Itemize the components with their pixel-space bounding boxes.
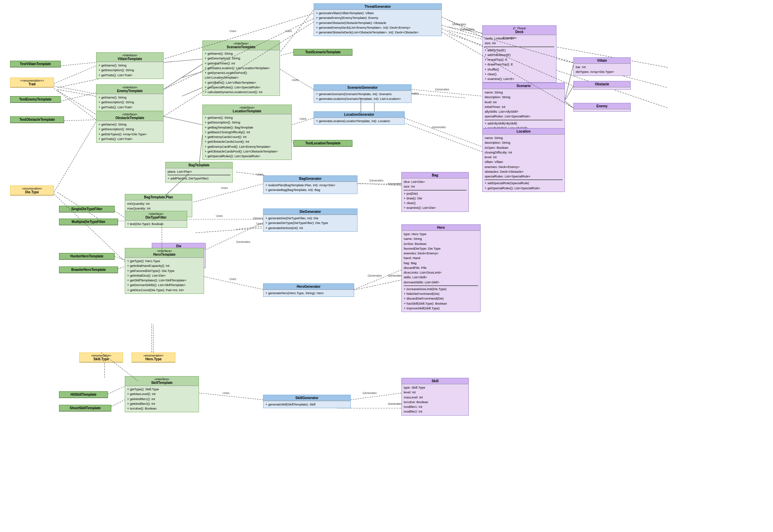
bag-template-box: BagTemplate plans: List<Plan> + addPlan(… (165, 162, 233, 183)
svg-text:Generates: Generates (388, 274, 402, 277)
skill-box: Skill type: Skill.Type level: Int maxLev… (401, 378, 469, 416)
single-die-type-filter-box: SingleDieTypeFilter (59, 206, 115, 213)
test-enemy-template-box: TestEnemyTemplate (10, 96, 61, 103)
svg-text:Uses: Uses (256, 222, 263, 225)
multiple-die-type-filter-box: MultipleDieTypeFilter (59, 219, 118, 225)
hero-type-box: «enumeration» Hero.Type (132, 353, 175, 363)
villain-box: Villain bar: Int dieTypes: Array<Die.Typ… (573, 57, 631, 76)
location-generator-box: LocationGenerator + generateLocation(Loc… (314, 111, 405, 125)
test-obstacle-template-box: TestObstacleTemplate (10, 116, 64, 123)
die-type-filter-box: «Interface» DieTypeFilter + test(Die.Typ… (125, 211, 187, 228)
connector-svg: Generates Generates Generates Uses Gener… (0, 0, 773, 532)
brawler-hero-template-box: BrawlerHeroTemplate (59, 267, 118, 273)
skill-generator-box: SkillGenerator + generateSkill(SkillTemp… (263, 395, 351, 408)
trait-title: <<enumeration>> Trait (10, 78, 54, 87)
test-scenario-template-box: TestScenarioTemplate (293, 49, 352, 56)
deck-box: E: Threat Deck cards: LinkedList<E> size… (482, 25, 556, 83)
svg-text:Uses: Uses (256, 173, 263, 176)
svg-line-2 (449, 27, 668, 67)
skill-template-box: «Interface» SkillTemplate + getType(): S… (125, 376, 199, 412)
test-location-template-box: TestLocationTemplate (293, 140, 352, 147)
enemy-box: Enemy (573, 103, 631, 112)
hero-generator-box: HeroGenerator + generateHero(Hero.Type, … (263, 283, 354, 297)
shoot-skill-template-box: ShootSkillTemplate (59, 405, 111, 412)
hero-box: Hero type: Hero.Type name: String isAliv… (401, 224, 481, 312)
obstacle-template-box: «Interface» ObstacleTemplate + getName()… (96, 111, 164, 143)
bag-box: Bag dice: List<Die> size: Int + put(Die)… (401, 172, 469, 212)
svg-line-4 (449, 30, 668, 88)
threat-generator-box: ThreatGenerator + generateVillain(Villai… (314, 3, 442, 36)
location-box: Location name: String description: Strin… (482, 128, 565, 192)
test-villain-template-box: TestVillainTemplate (10, 61, 61, 67)
svg-text:Generates: Generates (388, 182, 402, 186)
bag-generator-box: BagGenerator + realizePlan(BagTemplate.P… (263, 175, 357, 194)
villain-template-box: «Interface» VillainTemplate + getName():… (96, 52, 164, 79)
location-template-box: «Interface» LocationTemplate + getName()… (202, 105, 292, 160)
hero-template-box: «Interface» HeroTemplate + getType(): He… (125, 248, 204, 294)
diagram-container: Generates Generates Generates Uses Gener… (0, 0, 773, 532)
trait-box: <<enumeration>> Trait (10, 78, 54, 88)
obstacle-box: Obstacle (573, 81, 631, 90)
svg-line-0 (449, 20, 482, 34)
scenario-template-box: «Interface» ScenarioTemplate + getName()… (202, 40, 280, 96)
die-type-box: «enumeration» Die.Type (10, 186, 54, 196)
hit-skill-template-box: HitSkillTemplate (59, 391, 108, 398)
svg-text:Generates: Generates (460, 28, 475, 31)
skill-type-box: «enumeration» Skill.Type (79, 353, 123, 363)
die-generator-box: DieGenerator + generateDie(DieTypeFilter… (263, 208, 357, 232)
scenario-generator-box: ScenarioGenerator + generateScenario(Sce… (314, 84, 411, 103)
enemy-template-box: «Interface» EnemyTemplate + getName(): S… (96, 84, 164, 111)
hunter-hero-template-box: HunterHeroTemplate (59, 253, 115, 260)
svg-text:Generates: Generates (388, 402, 402, 405)
